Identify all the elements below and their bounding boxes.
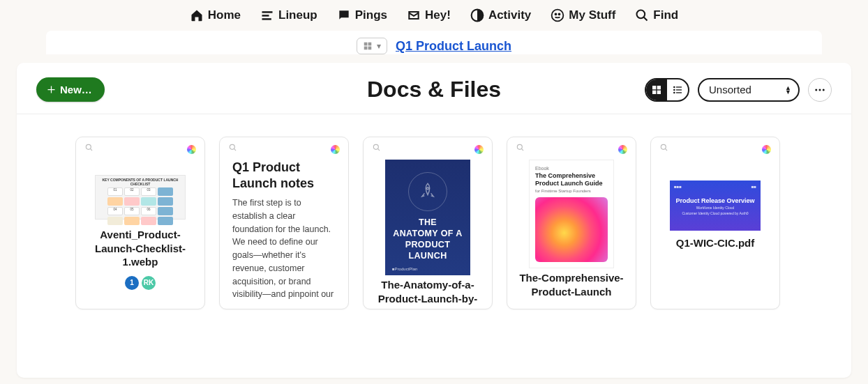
grid-view-button[interactable] [646,79,667,100]
svg-line-36 [665,148,667,151]
new-button[interactable]: New… [36,77,105,102]
project-link[interactable]: Q1 Product Launch [396,39,511,54]
avatar[interactable]: RK [142,276,156,290]
note-card[interactable]: Q1 Product Launch notes The first step i… [219,137,349,309]
sort-arrows-icon: ▲▼ [785,86,791,94]
nav-label: Lineup [278,8,317,22]
sort-value: Unsorted [709,84,751,95]
svg-point-21 [673,91,675,93]
svg-line-8 [644,17,648,21]
svg-point-4 [552,10,564,22]
svg-rect-2 [262,18,271,20]
file-title: Aventi_Product-Launch-Checklist-1.webp [82,225,199,269]
list-view-button[interactable] [667,79,688,100]
file-thumbnail: ■■■■■ Product Release Overview Workforce… [657,181,774,231]
new-button-label: New… [60,84,92,95]
project-bar: ▾ Q1 Product Launch [46,31,822,54]
gradient-image [535,197,608,262]
svg-line-34 [521,148,523,151]
svg-rect-9 [364,43,368,46]
top-nav: Home Lineup Pings Hey! Activity My Stuff… [0,0,868,31]
nav-hey[interactable]: Hey! [407,8,451,22]
svg-rect-20 [676,89,682,90]
hey-icon [407,8,421,22]
pings-icon [337,8,351,22]
svg-point-17 [673,86,675,88]
thumb-text: THE [392,217,463,228]
svg-point-5 [555,13,557,15]
file-thumbnail: KEY COMPONENTS OF A PRODUCT LAUNCH CHECK… [82,172,199,222]
svg-line-29 [234,148,236,151]
home-icon [190,8,204,22]
svg-rect-12 [368,47,372,50]
nav-lineup[interactable]: Lineup [260,8,317,22]
thumb-text: PRODUCT LAUNCH [392,239,463,262]
svg-rect-0 [262,11,273,13]
color-circle-icon[interactable] [762,145,771,154]
nav-label: Activity [488,8,531,22]
color-circle-icon[interactable] [474,145,484,154]
file-card[interactable]: ■■■■■ Product Release Overview Workforce… [650,137,780,309]
file-card[interactable]: THE ANATOMY OF A PRODUCT LAUNCH ■Product… [363,137,493,309]
file-card[interactable]: Ebook The Comprehensive Product Launch G… [507,137,636,309]
svg-rect-16 [657,90,661,93]
activity-icon [470,8,484,22]
zoom-icon[interactable] [84,143,94,155]
chevron-down-icon: ▾ [377,41,381,51]
plus-icon [46,84,57,95]
nav-pings[interactable]: Pings [337,8,387,22]
note-title: Q1 Product Launch notes [225,160,343,197]
note-body: The first step is to establish a clear f… [225,197,343,303]
more-options-button[interactable] [808,78,832,102]
svg-rect-15 [652,90,656,93]
svg-point-6 [559,13,560,15]
rocket-icon [408,172,447,211]
thumb-header: KEY COMPONENTS OF A PRODUCT LAUNCH CHECK… [98,178,183,186]
nav-label: My Stuff [569,8,615,22]
avatar[interactable]: 1 [125,276,139,290]
svg-line-27 [90,148,92,151]
zoom-icon[interactable] [372,143,382,155]
thumb-title: The Comprehensive Product Launch Guide [535,172,608,187]
thumb-label: Ebook [535,166,608,171]
ellipsis-icon [814,84,826,96]
svg-rect-22 [676,92,682,93]
svg-rect-11 [364,47,368,50]
nav-activity[interactable]: Activity [470,8,531,22]
file-title: Q1-WIC-CIC.pdf [657,233,774,250]
grid-icon [651,84,662,95]
find-icon [635,8,649,22]
svg-rect-18 [676,86,682,87]
lineup-icon [260,8,274,22]
zoom-icon[interactable] [659,143,669,155]
thumb-text: ANATOMY OF A [392,228,463,239]
thumb-corner: ■■ [751,185,756,189]
file-thumbnail: THE ANATOMY OF A PRODUCT LAUNCH ■Product… [369,160,486,275]
card-view-switch[interactable]: ▾ [357,38,387,54]
avatars: 1 RK [82,276,199,290]
color-circle-icon[interactable] [618,145,627,154]
svg-rect-13 [652,86,656,89]
page-title: Docs & Files [367,77,501,102]
thumb-brand: ■ProductPlan [392,267,463,271]
nav-find[interactable]: Find [635,8,678,22]
file-card[interactable]: KEY COMPONENTS OF A PRODUCT LAUNCH CHECK… [75,137,205,309]
zoom-icon[interactable] [228,143,238,155]
cards-row: KEY COMPONENTS OF A PRODUCT LAUNCH CHECK… [17,114,851,309]
zoom-icon[interactable] [516,143,525,155]
nav-label: Find [653,8,678,22]
list-icon [672,84,683,95]
sort-select[interactable]: Unsorted ▲▼ [698,78,800,102]
thumb-sub: for Firsttime Startup Founders [535,189,608,193]
color-circle-icon[interactable] [187,145,196,154]
color-circle-icon[interactable] [331,145,340,154]
thumb-title: Product Release Overview [674,197,756,204]
nav-mystuff[interactable]: My Stuff [551,8,615,22]
header-controls: Unsorted ▲▼ [645,78,832,102]
svg-line-31 [377,148,380,151]
svg-rect-1 [262,15,269,17]
nav-label: Hey! [425,8,451,22]
thumb-sub: Customer Identity Cloud powered by Auth0 [674,211,756,215]
nav-home[interactable]: Home [190,8,241,22]
file-title: The-Anatomy-of-a-Product-Launch-by- [369,275,486,305]
